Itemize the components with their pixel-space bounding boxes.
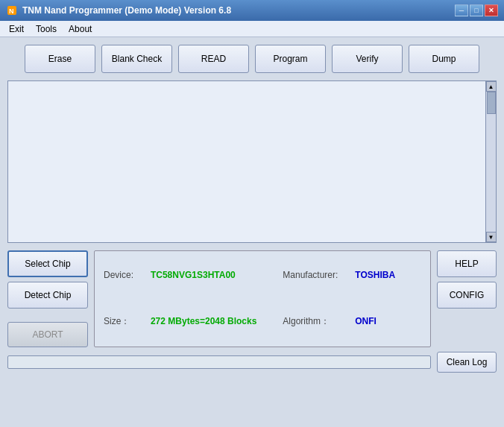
device-value: TC58NVG1S3HTA00 [151, 270, 271, 280]
scroll-track [487, 92, 496, 232]
scroll-thumb[interactable] [487, 92, 496, 114]
clean-log-button[interactable]: Clean Log [437, 352, 497, 373]
detect-chip-button[interactable]: Detect Chip [7, 282, 88, 309]
device-label: Device: [104, 270, 148, 280]
window-controls: ─ □ ✕ [455, 4, 498, 16]
log-area: ▲ ▼ [7, 80, 497, 243]
program-button[interactable]: Program [255, 45, 326, 73]
blank-check-button[interactable]: Blank Check [101, 45, 172, 73]
select-chip-button[interactable]: Select Chip [7, 250, 88, 277]
svg-text:N: N [9, 7, 14, 15]
main-content: Erase Blank Check READ Program Verify Du… [0, 37, 504, 427]
manufacturer-value: TOSHIBA [355, 270, 409, 280]
app-icon: N [6, 4, 18, 16]
read-button[interactable]: READ [178, 45, 249, 73]
toolbar: Erase Blank Check READ Program Verify Du… [7, 45, 497, 73]
left-buttons: Select Chip Detect Chip ABORT [7, 250, 88, 347]
info-panel: Device: TC58NVG1S3HTA00 Manufacturer: TO… [94, 250, 431, 347]
progress-bar [7, 355, 431, 369]
menu-exit[interactable]: Exit [3, 22, 30, 36]
menu-bar: Exit Tools About [0, 21, 504, 37]
manufacturer-label: Manufacturer: [283, 270, 352, 280]
help-button[interactable]: HELP [437, 250, 497, 277]
log-scrollbar[interactable]: ▲ ▼ [485, 81, 496, 242]
status-bar: Clean Log [7, 352, 497, 373]
dump-button[interactable]: Dump [409, 45, 479, 73]
algorithm-label: Algorithm： [283, 315, 352, 328]
menu-about[interactable]: About [63, 22, 98, 36]
menu-tools[interactable]: Tools [30, 22, 63, 36]
window-title: TNM Nand Programmer (Demo Mode) Version … [22, 5, 455, 16]
scroll-up-arrow[interactable]: ▲ [486, 81, 497, 92]
right-buttons: HELP CONFIG [437, 250, 497, 347]
maximize-button[interactable]: □ [470, 4, 483, 16]
bottom-panel: Select Chip Detect Chip ABORT Device: TC… [7, 250, 497, 347]
scroll-down-arrow[interactable]: ▼ [486, 232, 497, 242]
verify-button[interactable]: Verify [332, 45, 403, 73]
close-button[interactable]: ✕ [485, 4, 498, 16]
config-button[interactable]: CONFIG [437, 282, 497, 309]
minimize-button[interactable]: ─ [455, 4, 468, 16]
abort-button[interactable]: ABORT [7, 322, 88, 347]
algorithm-value: ONFI [355, 316, 409, 326]
size-value: 272 MBytes=2048 Blocks [151, 316, 271, 326]
size-label: Size： [104, 315, 148, 328]
title-bar: N TNM Nand Programmer (Demo Mode) Versio… [0, 0, 504, 21]
erase-button[interactable]: Erase [25, 45, 95, 73]
